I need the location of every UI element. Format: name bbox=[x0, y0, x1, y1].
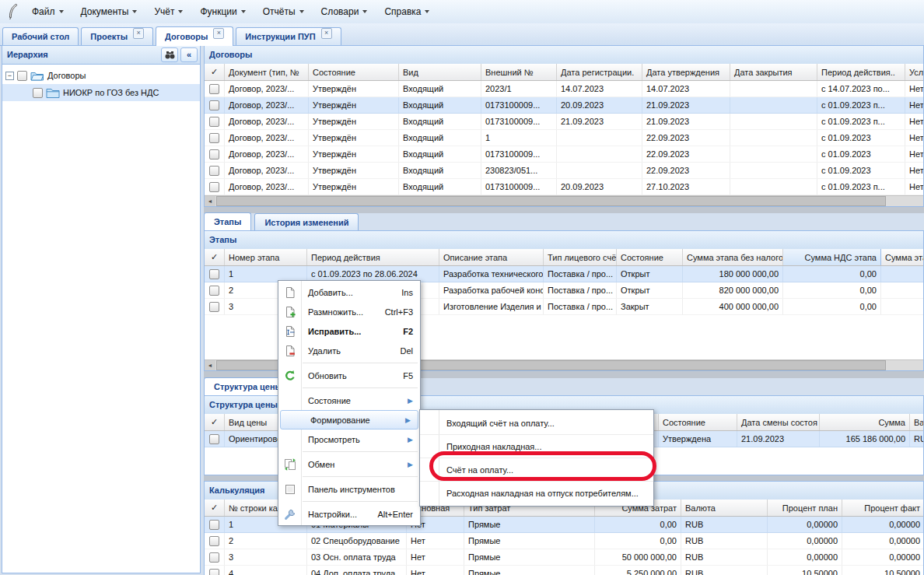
workspace-tab-3[interactable]: Договоры× bbox=[156, 26, 233, 46]
row-checkbox[interactable] bbox=[209, 84, 219, 94]
row-checkbox[interactable] bbox=[209, 302, 219, 312]
tab-close-icon[interactable]: × bbox=[133, 28, 144, 39]
row-checkbox[interactable] bbox=[209, 536, 219, 546]
stages-column-header-7[interactable]: Сумма НДС этапа bbox=[783, 249, 881, 266]
stages-column-header-4[interactable]: Тип лицевого счёт bbox=[544, 249, 617, 266]
menubar-item-5[interactable]: Отчёты bbox=[255, 3, 312, 20]
menu-item-exchange[interactable]: Обмен▶ bbox=[278, 454, 420, 474]
contracts-column-header-3[interactable]: Вид bbox=[399, 64, 481, 81]
stages-tab-2[interactable]: История изменений bbox=[254, 213, 359, 230]
stages-column-header-8[interactable]: Сумма этапа bbox=[881, 249, 924, 266]
submenu-item-outgoing-waybill-consumers[interactable]: Расходная накладная на отпуск потребител… bbox=[420, 481, 653, 504]
submenu-item-incoming-waybill[interactable]: Приходная накладная... bbox=[420, 434, 653, 458]
row-checkbox[interactable] bbox=[209, 149, 219, 160]
calc-row-4[interactable]: 404 Доп. оплата трудаНетПрямые5 250 000,… bbox=[205, 566, 923, 575]
row-checkbox[interactable] bbox=[209, 182, 219, 192]
menu-item-edit[interactable]: Исправить...F2 bbox=[278, 321, 420, 341]
menubar-item-3[interactable]: Учёт bbox=[146, 3, 191, 20]
row-checkbox[interactable] bbox=[209, 100, 219, 110]
tree-checkbox[interactable] bbox=[17, 71, 27, 81]
price-column-header-5[interactable]: Валюта bbox=[910, 414, 924, 431]
calc-column-header-6[interactable]: Валюта bbox=[681, 500, 768, 517]
tree-node-2[interactable]: НИОКР по ГОЗ без НДС bbox=[2, 84, 200, 101]
row-checkbox[interactable] bbox=[209, 133, 219, 143]
menu-item-view[interactable]: Просмотреть▶ bbox=[278, 429, 420, 449]
row-checkbox[interactable] bbox=[209, 520, 219, 530]
row-checkbox[interactable] bbox=[209, 552, 219, 563]
calc-row-3[interactable]: 303 Осн. оплата трудаНетПрямые50 000 000… bbox=[205, 549, 923, 566]
price-column-header-3[interactable]: Дата смены состоя bbox=[737, 414, 820, 431]
price-column-header-4[interactable]: Сумма bbox=[820, 414, 910, 431]
calc-select-all-header[interactable]: ✓ bbox=[205, 500, 225, 517]
row-checkbox[interactable] bbox=[209, 286, 219, 296]
stages-column-header-5[interactable]: Состояние bbox=[617, 249, 683, 266]
tree-checkbox[interactable] bbox=[33, 88, 43, 98]
scroll-left-arrow-icon[interactable]: ◄ bbox=[205, 360, 215, 370]
horizontal-splitter[interactable] bbox=[204, 207, 924, 213]
contracts-select-all-header[interactable]: ✓ bbox=[205, 64, 225, 81]
workspace-tab-1[interactable]: Рабочий стол bbox=[2, 27, 79, 45]
contracts-row-2[interactable]: Договор, 2023/...УтверждёнВходящий017310… bbox=[205, 97, 923, 114]
menubar-item-1[interactable]: Файл bbox=[24, 3, 72, 20]
stages-column-header-1[interactable]: Номер этапа bbox=[225, 249, 307, 266]
menu-item-refresh[interactable]: ОбновитьF5 bbox=[278, 366, 420, 385]
submenu-item-payment-invoice[interactable]: Счёт на оплату... bbox=[420, 458, 653, 481]
row-checkbox[interactable] bbox=[209, 434, 219, 444]
contracts-column-header-1[interactable]: Документ (тип, № bbox=[225, 64, 309, 81]
row-checkbox[interactable] bbox=[209, 269, 219, 279]
calc-cell-1-7: 0,00000 bbox=[768, 517, 842, 533]
search-button[interactable] bbox=[161, 47, 178, 62]
menu-shortcut: Ctrl+F3 bbox=[385, 307, 413, 317]
menubar-item-6[interactable]: Словари bbox=[313, 3, 376, 20]
contracts-cell-6-6: 22.09.2023 bbox=[642, 163, 730, 179]
tab-close-icon[interactable]: × bbox=[321, 28, 332, 39]
tab-close-icon[interactable]: × bbox=[213, 28, 224, 39]
collapse-panel-button[interactable]: « bbox=[180, 47, 198, 62]
contracts-row-3[interactable]: Договор, 2023/...УтверждёнВходящий017310… bbox=[205, 114, 923, 130]
menu-item-formation[interactable]: Формирование▶ bbox=[280, 410, 418, 429]
contracts-row-4[interactable]: Договор, 2023/...УтверждёнВходящий122.09… bbox=[205, 130, 923, 146]
stages-column-header-6[interactable]: Сумма этапа без налогов bbox=[683, 249, 783, 266]
contracts-column-header-8[interactable]: Период действия.. bbox=[817, 64, 905, 81]
contracts-row-7[interactable]: Договор, 2023/...УтверждёнВходящий017310… bbox=[205, 179, 923, 195]
tree-expander-icon[interactable]: − bbox=[5, 72, 14, 80]
menu-item-add[interactable]: Добавить...Ins bbox=[278, 282, 420, 302]
stages-column-header-2[interactable]: Период действия bbox=[307, 249, 439, 266]
contracts-row-6[interactable]: Договор, 2023/...УтверждёнВходящий230823… bbox=[205, 163, 923, 179]
workspace-tab-2[interactable]: Проекты× bbox=[81, 27, 153, 45]
price-column-header-2[interactable]: Состояние bbox=[659, 414, 737, 431]
toolbar-checkbox-icon bbox=[278, 484, 302, 495]
row-checkbox[interactable] bbox=[209, 166, 219, 176]
contracts-column-header-9[interactable]: Условный договор bbox=[905, 64, 924, 81]
contracts-column-header-2[interactable]: Состояние bbox=[309, 64, 399, 81]
stages-tab-1[interactable]: Этапы bbox=[204, 212, 251, 230]
menu-item-settings[interactable]: Настройки...Alt+Enter bbox=[278, 504, 420, 524]
contracts-row-5[interactable]: Договор, 2023/...УтверждёнВходящий017310… bbox=[205, 146, 923, 163]
menubar-item-4[interactable]: Функции bbox=[192, 3, 253, 20]
calc-column-header-7[interactable]: Процент план bbox=[768, 500, 842, 517]
menu-item-state[interactable]: Состояние▶ bbox=[278, 391, 420, 410]
menu-item-duplicate[interactable]: Размножить...Ctrl+F3 bbox=[278, 302, 420, 321]
calc-row-2[interactable]: 202 СпецоборудованиеНетПрямые0,00RUB0,00… bbox=[205, 533, 923, 549]
menu-item-toolbar-panel[interactable]: Панель инструментов bbox=[278, 479, 420, 499]
stages-select-all-header[interactable]: ✓ bbox=[205, 249, 225, 266]
row-checkbox[interactable] bbox=[209, 569, 219, 575]
tree-node-1[interactable]: −Договоры bbox=[2, 67, 200, 84]
stages-column-header-3[interactable]: Описание этапа bbox=[439, 249, 544, 266]
contracts-column-header-5[interactable]: Дата регистрации. bbox=[557, 64, 642, 81]
scroll-left-arrow-icon[interactable]: ◄ bbox=[205, 196, 215, 206]
contracts-column-header-4[interactable]: Внешний № bbox=[481, 64, 557, 81]
contracts-h-scrollbar[interactable]: ◄ bbox=[205, 195, 923, 206]
workspace-tab-4[interactable]: Инструкции ПУП× bbox=[236, 27, 341, 45]
menubar-item-7[interactable]: Справка bbox=[376, 3, 437, 20]
contracts-column-header-7[interactable]: Дата закрытия bbox=[730, 64, 817, 81]
scroll-thumb[interactable] bbox=[216, 196, 886, 206]
submenu-item-incoming-payment-invoice[interactable]: Входящий счёт на оплату... bbox=[420, 412, 653, 434]
menubar-item-2[interactable]: Документы bbox=[73, 3, 145, 20]
contracts-row-1[interactable]: Договор, 2023/...УтверждёнВходящий2023/1… bbox=[205, 81, 923, 97]
row-checkbox[interactable] bbox=[209, 117, 219, 127]
price-select-all-header[interactable]: ✓ bbox=[205, 414, 225, 431]
calc-column-header-8[interactable]: Процент факт bbox=[842, 500, 924, 517]
menu-item-delete[interactable]: УдалитьDel bbox=[278, 341, 420, 360]
contracts-column-header-6[interactable]: Дата утверждения bbox=[642, 64, 730, 81]
